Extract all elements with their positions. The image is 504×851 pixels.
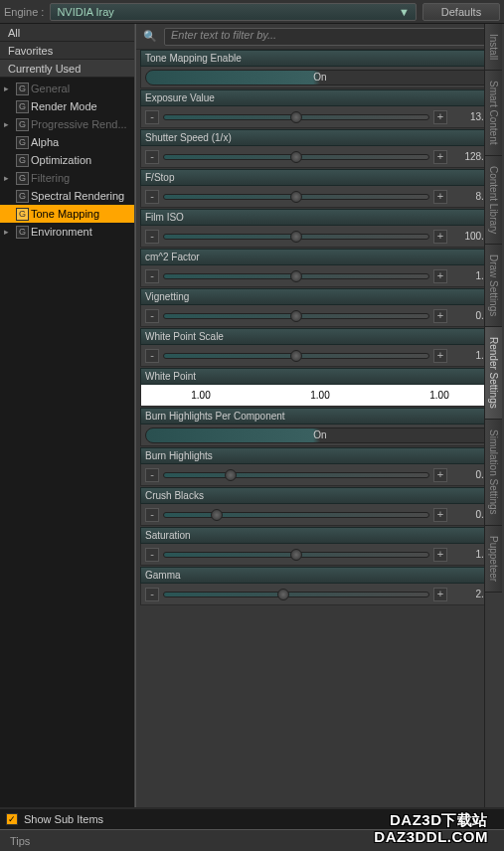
toggle[interactable]: On <box>145 427 495 443</box>
expand-icon[interactable]: ▸ <box>4 84 14 93</box>
right-tab-puppeteer[interactable]: Puppeteer <box>485 526 502 593</box>
tree-item-environment[interactable]: ▸GEnvironment <box>0 223 134 241</box>
tree-item-alpha[interactable]: GAlpha <box>0 133 134 151</box>
right-tab-smart content[interactable]: Smart Content <box>485 71 502 155</box>
minus-button[interactable]: - <box>145 230 159 244</box>
plus-button[interactable]: + <box>433 508 447 522</box>
param-label: Tone Mapping Enable <box>145 53 242 64</box>
right-tab-draw settings[interactable]: Draw Settings <box>485 245 502 327</box>
plus-button[interactable]: + <box>433 548 447 562</box>
right-tab-install[interactable]: Install <box>485 24 502 71</box>
tree-item-render-mode[interactable]: GRender Mode <box>0 97 134 115</box>
right-tab-simulation settings[interactable]: Simulation Settings <box>485 420 502 526</box>
chevron-down-icon: ▼ <box>399 6 410 18</box>
minus-button[interactable]: - <box>145 110 159 124</box>
param-header: Shutter Speed (1/x)⚙ <box>140 129 500 146</box>
tree-item-optimization[interactable]: GOptimization <box>0 151 134 169</box>
param-white-point-scale: White Point Scale⚙ - + 1.00 <box>140 328 500 367</box>
filter-all[interactable]: All <box>0 24 134 42</box>
param-header: Saturation⚙ <box>140 527 500 544</box>
slider-track[interactable] <box>163 234 429 240</box>
slider-track[interactable] <box>163 114 429 120</box>
param-label: Exposure Value <box>145 92 215 103</box>
plus-button[interactable]: + <box>433 190 447 204</box>
param-label: Shutter Speed (1/x) <box>145 132 232 143</box>
minus-button[interactable]: - <box>145 150 159 164</box>
group-icon: G <box>16 83 29 95</box>
engine-dropdown[interactable]: NVIDIA Iray ▼ <box>50 3 417 21</box>
search-icon[interactable]: 🔍 <box>142 29 158 45</box>
slider-thumb[interactable] <box>290 151 302 163</box>
tree-item-tone-mapping[interactable]: GTone Mapping <box>0 205 134 223</box>
slider-thumb[interactable] <box>290 191 302 203</box>
plus-button[interactable]: + <box>433 269 447 283</box>
param-fstop: F/Stop⚙ - + 8.00 <box>140 169 500 208</box>
minus-button[interactable]: - <box>145 309 159 323</box>
param-burn-highlights: Burn Highlights⚙ - + 0.25 <box>140 447 500 486</box>
group-icon: G <box>16 136 29 149</box>
plus-button[interactable]: + <box>433 468 447 482</box>
slider-track[interactable] <box>163 194 429 200</box>
slider-thumb[interactable] <box>290 350 302 362</box>
slider-thumb[interactable] <box>290 270 302 282</box>
group-icon: G <box>16 190 29 203</box>
engine-value: NVIDIA Iray <box>57 6 113 18</box>
tree-item-filtering[interactable]: ▸GFiltering <box>0 169 134 187</box>
plus-button[interactable]: + <box>433 588 447 601</box>
minus-button[interactable]: - <box>145 468 159 482</box>
param-header: Gamma⚙ <box>140 567 500 584</box>
param-tone-mapping-enable: Tone Mapping Enable⚙ On <box>140 50 500 88</box>
slider-thumb[interactable] <box>290 549 302 561</box>
slider-track[interactable] <box>163 512 429 518</box>
minus-button[interactable]: - <box>145 269 159 283</box>
minus-button[interactable]: - <box>145 349 159 363</box>
slider-thumb[interactable] <box>290 111 302 123</box>
param-label: Burn Highlights <box>145 450 213 461</box>
param-label: Saturation <box>145 530 191 541</box>
slider-track[interactable] <box>163 472 429 478</box>
tree-label: Progressive Rend... <box>31 118 127 130</box>
tree-item-general[interactable]: ▸GGeneral <box>0 80 134 97</box>
watermark-line2: DAZ3DDL.COM <box>374 829 488 846</box>
right-tabs: InstallSmart ContentContent LibraryDraw … <box>484 24 504 807</box>
plus-button[interactable]: + <box>433 309 447 323</box>
slider-thumb[interactable] <box>290 231 302 243</box>
plus-button[interactable]: + <box>433 349 447 363</box>
minus-button[interactable]: - <box>145 508 159 522</box>
right-tab-render settings[interactable]: Render Settings <box>485 327 502 420</box>
minus-button[interactable]: - <box>145 190 159 204</box>
expand-icon[interactable]: ▸ <box>4 119 14 129</box>
slider-track[interactable] <box>163 313 429 319</box>
search-input[interactable]: Enter text to filter by... <box>164 28 498 46</box>
slider-track[interactable] <box>163 552 429 558</box>
tree-item-spectral[interactable]: GSpectral Rendering <box>0 187 134 205</box>
slider-track[interactable] <box>163 273 429 279</box>
minus-button[interactable]: - <box>145 548 159 562</box>
tree-item-progressive[interactable]: ▸GProgressive Rend... <box>0 115 134 133</box>
expand-icon[interactable]: ▸ <box>4 173 14 183</box>
show-sub-checkbox[interactable]: ✓ <box>6 813 18 825</box>
defaults-button[interactable]: Defaults <box>422 3 500 21</box>
tree-label: Filtering <box>31 172 70 184</box>
slider-track[interactable] <box>163 592 429 597</box>
group-icon: G <box>16 118 29 131</box>
white-point-values[interactable]: 1.00 1.00 1.00 <box>140 385 500 407</box>
param-label: Burn Highlights Per Component <box>145 411 285 422</box>
slider-thumb[interactable] <box>225 469 237 481</box>
slider-track[interactable] <box>163 353 429 359</box>
slider-thumb[interactable] <box>211 509 223 521</box>
filter-currently-used[interactable]: Currently Used <box>0 60 134 78</box>
right-tab-content library[interactable]: Content Library <box>485 156 502 245</box>
expand-icon[interactable]: ▸ <box>4 227 14 237</box>
slider-thumb[interactable] <box>290 310 302 322</box>
plus-button[interactable]: + <box>433 150 447 164</box>
minus-button[interactable]: - <box>145 588 159 601</box>
plus-button[interactable]: + <box>433 230 447 244</box>
slider-track[interactable] <box>163 154 429 160</box>
toggle[interactable]: On <box>145 70 495 85</box>
param-header: Burn Highlights⚙ <box>140 447 500 464</box>
filter-favorites[interactable]: Favorites <box>0 42 134 60</box>
tree-label: Spectral Rendering <box>31 190 124 202</box>
plus-button[interactable]: + <box>433 110 447 124</box>
slider-thumb[interactable] <box>277 589 289 600</box>
